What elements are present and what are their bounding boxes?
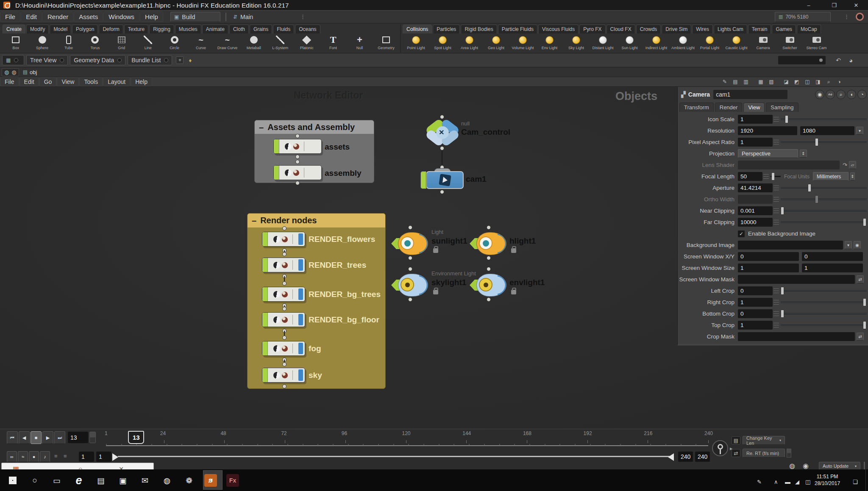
shelf-tool-line[interactable]: Line bbox=[135, 34, 161, 53]
lens-node-icon[interactable]: ▱ bbox=[849, 161, 856, 169]
taskbar-task-view-icon[interactable]: ▭ bbox=[50, 474, 64, 487]
slider-handle[interactable] bbox=[863, 298, 866, 306]
slider-handle[interactable] bbox=[863, 321, 866, 329]
shelf-tab-muscles[interactable]: Muscles bbox=[175, 25, 201, 33]
playback-start-field[interactable]: 1 bbox=[96, 452, 111, 462]
shelf-tab-terrain[interactable]: Terrain bbox=[748, 25, 771, 33]
range-handle-right[interactable] bbox=[668, 453, 674, 461]
taskbar-search-icon[interactable]: ○ bbox=[28, 474, 42, 487]
netmenu-icon-5[interactable]: ▧ bbox=[767, 78, 776, 86]
netmenu-tools[interactable]: Tools bbox=[79, 77, 103, 86]
shelf-tool-distant-light[interactable]: Distant Light bbox=[590, 34, 616, 53]
set-key-button[interactable] bbox=[712, 440, 728, 456]
value-ladder[interactable] bbox=[773, 207, 779, 215]
slider-handle[interactable] bbox=[815, 195, 818, 203]
param-tab-view[interactable]: View bbox=[743, 103, 765, 112]
shelf-tool-area-light[interactable]: Area Light bbox=[456, 34, 483, 53]
slider-handle[interactable] bbox=[781, 310, 784, 318]
param-slider[interactable] bbox=[781, 138, 867, 147]
shelf-tool-l-system[interactable]: L-System bbox=[267, 34, 293, 53]
param-header-icon-2[interactable]: ⌕ bbox=[836, 90, 846, 99]
param-field[interactable]: 1080 bbox=[800, 126, 854, 135]
shelf-tool-circle[interactable]: Circle bbox=[161, 34, 187, 53]
taskbar-mail-icon[interactable]: ✉ bbox=[138, 474, 152, 487]
value-ladder[interactable] bbox=[773, 138, 779, 146]
shelf-tool-point-light[interactable]: Point Light bbox=[403, 34, 429, 53]
pane-link-icon[interactable]: ↶ bbox=[836, 57, 841, 64]
value-ladder[interactable] bbox=[773, 310, 779, 318]
slider-handle[interactable] bbox=[785, 115, 788, 123]
transport-play[interactable]: ▶ bbox=[42, 431, 53, 444]
param-slider[interactable] bbox=[781, 298, 867, 307]
shelf-tool-caustic-light[interactable]: Caustic Light bbox=[723, 34, 750, 53]
param-swap-icon[interactable]: ⇄ bbox=[857, 275, 864, 283]
param-field[interactable] bbox=[738, 195, 773, 204]
param-field[interactable]: 1 bbox=[738, 138, 773, 147]
param-tab-transform[interactable]: Transform bbox=[679, 103, 714, 112]
pane-circle-icon[interactable]: ◕ bbox=[849, 57, 853, 64]
netmenu-icon-12[interactable]: ◑ bbox=[835, 78, 843, 86]
pane-filter-field[interactable] bbox=[778, 56, 826, 64]
netmenu-file[interactable]: File bbox=[0, 77, 19, 86]
value-ladder[interactable] bbox=[773, 115, 779, 123]
shelf-tool-sky-light[interactable]: Sky Light bbox=[563, 34, 590, 53]
global-end-field[interactable]: 240 bbox=[695, 452, 710, 462]
param-slider[interactable] bbox=[781, 115, 867, 124]
param-dropdown[interactable]: Perspective bbox=[738, 149, 798, 158]
focal-units-dropdown[interactable]: Millimeters bbox=[813, 172, 849, 181]
param-field[interactable]: 1 bbox=[738, 298, 773, 307]
taskbar-edge-icon[interactable]: e bbox=[72, 474, 86, 487]
shelf-tab-mocap[interactable]: MoCap bbox=[797, 25, 821, 33]
param-slider[interactable] bbox=[781, 286, 867, 295]
param-field[interactable] bbox=[738, 332, 855, 341]
shelf-tool-font[interactable]: TFont bbox=[320, 34, 346, 53]
value-ladder[interactable] bbox=[773, 195, 779, 203]
shelf-tool-curve[interactable]: ~Curve bbox=[188, 34, 214, 53]
keyframe-options-dropdown[interactable]: Change Key Len▾ bbox=[743, 436, 785, 445]
shelf-tool-portal-light[interactable]: Portal Light bbox=[696, 34, 723, 53]
playbar-toggle-2[interactable]: ● bbox=[29, 451, 39, 462]
menu-assets[interactable]: Assets bbox=[74, 11, 103, 22]
taskbar-opera-icon[interactable]: ◍ bbox=[160, 474, 174, 487]
param-field[interactable]: 1 bbox=[802, 264, 863, 272]
shelf-tool-geo-light[interactable]: Geo Light bbox=[483, 34, 509, 53]
netmenu-icon-2[interactable]: ▥ bbox=[742, 78, 750, 86]
shelf-tool-ambient-light[interactable]: Ambient Light bbox=[670, 34, 696, 53]
menu-edit[interactable]: Edit bbox=[21, 11, 42, 22]
rate-stepper[interactable] bbox=[787, 449, 791, 458]
menu-file[interactable]: File bbox=[0, 11, 20, 22]
shelf-tool-env-light[interactable]: Env Light bbox=[536, 34, 563, 53]
globe-fwd-icon[interactable]: ◍ bbox=[11, 69, 16, 75]
pane-tab-radio[interactable] bbox=[164, 58, 168, 62]
param-slider[interactable] bbox=[781, 309, 867, 318]
param-tab-sampling[interactable]: Sampling bbox=[766, 103, 798, 112]
shelf-tab-grains[interactable]: Grains bbox=[250, 25, 272, 33]
maximize-button[interactable]: ❒ bbox=[826, 0, 843, 10]
param-header-icon-4[interactable]: ◔ bbox=[857, 90, 867, 99]
range-slider-line[interactable] bbox=[118, 456, 674, 457]
transport-rewind[interactable]: ⏮ bbox=[7, 431, 18, 444]
param-field[interactable]: 1920 bbox=[738, 126, 797, 135]
taskbar-adobe-icon[interactable]: Fx bbox=[226, 474, 239, 487]
param-field[interactable]: 0 bbox=[738, 286, 773, 295]
shelf-tool-grid[interactable]: Grid bbox=[108, 34, 135, 53]
shelf-tab-texture[interactable]: Texture bbox=[124, 25, 148, 33]
shelf-tab-model[interactable]: Model bbox=[50, 25, 71, 33]
param-slider[interactable] bbox=[781, 183, 867, 192]
pane-tab-tree-view[interactable]: Tree View bbox=[26, 55, 68, 65]
netmenu-layout[interactable]: Layout bbox=[103, 77, 130, 86]
auto-update-dropdown[interactable]: Auto Update▾ bbox=[819, 462, 860, 470]
playbar-toggle-1[interactable]: ≈ bbox=[18, 451, 28, 462]
param-field[interactable]: 10000 bbox=[738, 218, 773, 227]
param-tab-render[interactable]: Render bbox=[715, 103, 743, 112]
tray-volume-icon[interactable]: ◫ bbox=[805, 479, 810, 485]
shelf-tool-platonic[interactable]: Platonic bbox=[293, 34, 320, 53]
shelf-tab-modify[interactable]: Modify bbox=[26, 25, 49, 33]
desktop-selector[interactable]: ▣Build bbox=[170, 12, 220, 22]
param-field[interactable]: 0 bbox=[738, 252, 799, 261]
param-slider[interactable] bbox=[781, 206, 867, 215]
file-chooser-button[interactable]: ◉ bbox=[854, 241, 861, 249]
global-start-field[interactable]: 1 bbox=[79, 452, 94, 462]
param-header-icon-3[interactable]: ◖ bbox=[847, 90, 856, 99]
transport-stop[interactable]: ■ bbox=[31, 431, 42, 444]
